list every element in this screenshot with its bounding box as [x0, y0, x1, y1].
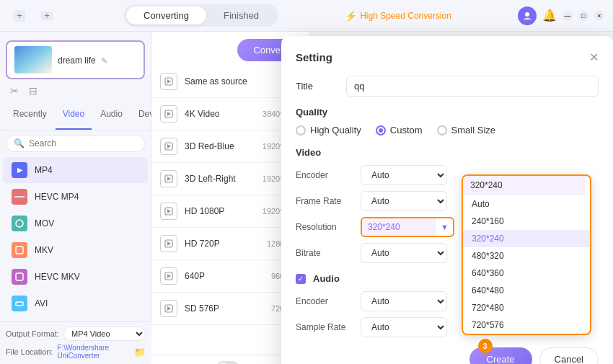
file-item: dream life ✎: [6, 40, 145, 79]
window-minimize[interactable]: —: [563, 11, 573, 21]
quality-options: High Quality Custom Small Size: [296, 125, 599, 136]
res-option-480x320[interactable]: 480*320: [463, 247, 590, 265]
svg-marker-20: [167, 177, 171, 181]
lightning-icon: ⚡: [345, 10, 357, 22]
crop-tool-button[interactable]: ⊟: [26, 84, 40, 98]
merge-toggle[interactable]: [217, 361, 239, 364]
res-option-720x480[interactable]: 720*480: [463, 299, 590, 316]
quality-custom[interactable]: Custom: [376, 125, 423, 136]
res-dropdown-arrow-icon[interactable]: ▲: [586, 178, 591, 192]
top-bar: + + Converting Finished ⚡ High Speed Con…: [0, 0, 613, 32]
res-dropdown-input[interactable]: [463, 176, 586, 195]
encoder-select[interactable]: Auto: [361, 165, 447, 185]
hd1080-label: HD 1080P: [185, 206, 224, 216]
format-item-hevmkv[interactable]: HEVC MKV: [3, 264, 148, 290]
res-option-320x240[interactable]: 320*240: [463, 230, 590, 247]
bitrate-select[interactable]: Auto: [361, 243, 447, 263]
hevcmp4-icon: [12, 189, 27, 205]
bottom-bar: Output Format: MP4 Video File Location: …: [0, 321, 151, 364]
add-folder-button[interactable]: +: [36, 5, 58, 27]
avatar[interactable]: [518, 6, 537, 25]
format-label-hevmkv: HEVC MKV: [35, 272, 80, 282]
res-option-240x160[interactable]: 240*160: [463, 213, 590, 230]
title-field-row: Title: [296, 76, 599, 97]
audio-checkbox[interactable]: ✓: [296, 274, 306, 284]
res-option-640x360[interactable]: 640*360: [463, 265, 590, 282]
quality-small[interactable]: Small Size: [437, 125, 495, 136]
search-icon: 🔍: [14, 138, 25, 148]
audio-section-title: Audio: [313, 273, 340, 284]
search-input[interactable]: [29, 138, 137, 148]
top-right-icons: 🔔 — □ ×: [518, 6, 604, 25]
res-option-720x576[interactable]: 720*576: [463, 316, 590, 334]
res-option-640x480[interactable]: 640*480: [463, 282, 590, 299]
audio-encoder-label: Encoder: [296, 296, 353, 306]
high-speed-label: High Speed Conversion: [360, 11, 451, 21]
left-panel: dream life ✎ ✂ ⊟ Recently Video Audio De…: [0, 32, 151, 364]
sample-rate-label: Sample Rate: [296, 322, 353, 332]
window-maximize[interactable]: □: [578, 11, 588, 21]
sample-rate-select[interactable]: Auto: [361, 317, 447, 337]
svg-marker-16: [167, 112, 171, 116]
format-item-avi[interactable]: AVI: [3, 290, 148, 316]
file-location-path[interactable]: F:\Wondershare UniConverter: [57, 344, 130, 360]
format-item-mov[interactable]: MOV: [3, 210, 148, 236]
output-format-label: Output Format:: [6, 329, 59, 338]
resolution-dropdown: ▲ Auto 240*160 320*240 480*320 640*360 6…: [462, 174, 591, 335]
same-as-source-label: Same as source: [185, 76, 247, 86]
mkv-icon: [12, 242, 27, 258]
res-option-auto[interactable]: Auto: [463, 195, 590, 213]
svg-marker-18: [167, 144, 171, 148]
framerate-select[interactable]: Auto: [361, 191, 447, 211]
cancel-button[interactable]: Cancel: [539, 347, 599, 364]
same-as-source-icon: [160, 73, 177, 90]
format-tab-recently[interactable]: Recently: [6, 99, 54, 130]
resolution-label: Resolution: [296, 222, 353, 232]
resolution-input[interactable]: [362, 218, 436, 236]
format-tab-audio[interactable]: Audio: [93, 99, 130, 130]
framerate-label: Frame Rate: [296, 196, 353, 206]
hd720-icon: [160, 235, 177, 252]
add-file-button[interactable]: +: [9, 5, 30, 27]
title-input[interactable]: [346, 76, 599, 97]
edit-filename-icon[interactable]: ✎: [101, 56, 107, 65]
output-format-select[interactable]: MP4 Video: [63, 327, 146, 341]
sd576p-label: SD 576P: [185, 303, 219, 314]
create-button[interactable]: Create: [469, 347, 532, 364]
3d-rb-label: 3D Red-Blue: [185, 141, 234, 151]
format-label-mkv: MKV: [35, 245, 53, 255]
dialog-header: Setting ✕: [296, 50, 599, 64]
radio-small-size: [437, 125, 447, 136]
avi-icon: [12, 296, 27, 311]
file-location-label: File Location:: [6, 347, 53, 356]
format-item-hevcmp4[interactable]: HEVC MP4: [3, 184, 148, 210]
quality-high[interactable]: High Quality: [296, 125, 361, 136]
dialog-title: Setting: [296, 51, 332, 63]
notification-icon[interactable]: 🔔: [542, 9, 557, 22]
format-label-mp4: MP4: [35, 165, 53, 175]
folder-icon[interactable]: 📁: [134, 347, 146, 358]
file-thumbnail: [14, 46, 52, 74]
dialog-close-button[interactable]: ✕: [589, 50, 599, 64]
cut-tool-button[interactable]: ✂: [7, 84, 22, 98]
svg-marker-26: [167, 274, 171, 278]
res-input-row: ▲: [463, 176, 590, 195]
high-speed-indicator: ⚡ High Speed Conversion: [345, 10, 451, 22]
resolution-arrow-icon[interactable]: ▼: [436, 223, 453, 231]
svg-point-8: [16, 220, 23, 227]
badge-3: 3: [478, 339, 493, 353]
svg-marker-14: [167, 79, 171, 84]
main-area: dream life ✎ ✂ ⊟ Recently Video Audio De…: [0, 32, 613, 364]
format-tab-video[interactable]: Video: [56, 99, 92, 130]
output-format-row: Output Format: MP4 Video: [6, 327, 146, 341]
format-item-mkv[interactable]: MKV: [3, 237, 148, 263]
window-close[interactable]: ×: [594, 11, 604, 21]
svg-marker-22: [167, 209, 171, 213]
format-item-mp4[interactable]: ▶ MP4: [3, 157, 148, 183]
svg-rect-9: [16, 247, 23, 254]
audio-encoder-select[interactable]: Auto: [361, 291, 447, 311]
tab-finished[interactable]: Finished: [206, 6, 276, 25]
file-tools: ✂ ⊟: [0, 82, 151, 99]
tab-converting[interactable]: Converting: [126, 6, 206, 25]
hevmkv-icon: [12, 269, 27, 285]
